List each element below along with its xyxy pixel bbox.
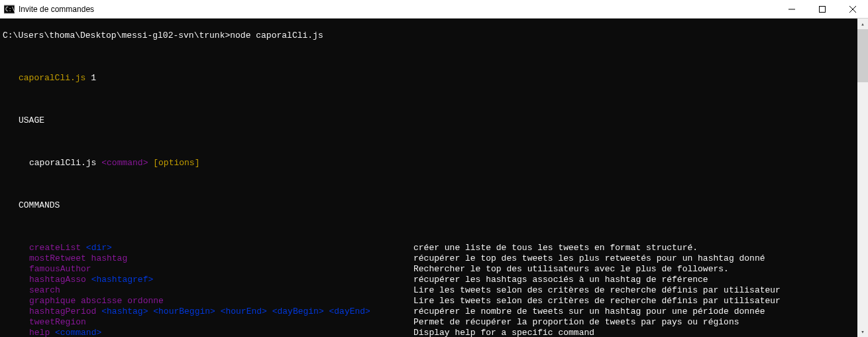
- scroll-up-button[interactable]: ▴: [857, 19, 868, 29]
- command-name: hashtagAsso: [29, 275, 86, 285]
- cli-name: caporalCli.js: [19, 73, 85, 83]
- window-controls: [777, 0, 868, 18]
- command-desc: récupérer le top des tweets les plus ret…: [413, 253, 765, 264]
- cli-version: 1: [91, 73, 96, 83]
- command-args: <dir>: [86, 243, 112, 253]
- command-name: tweetRegion: [29, 317, 86, 327]
- command-desc: créer une liste de tous les tweets en fo…: [413, 243, 698, 253]
- section-commands: COMMANDS: [19, 200, 60, 210]
- command-row: famousAuthorRechercher le top des utilis…: [3, 264, 855, 275]
- command-row: createList <dir>créer une liste de tous …: [3, 243, 855, 253]
- command-row: graphique abscisse ordonneLire les tweet…: [3, 296, 855, 306]
- command-args: <hashtagref>: [91, 275, 154, 285]
- command-name: famousAuthor: [29, 264, 91, 274]
- close-button[interactable]: [838, 0, 868, 18]
- command-name: mostRetweet hashtag: [29, 253, 127, 263]
- command-desc: Rechercher le top des utilisateurs avec …: [413, 264, 729, 275]
- command-name: search: [29, 285, 60, 295]
- section-usage: USAGE: [19, 115, 44, 125]
- command-desc: Lire les tweets selon des critères de re…: [413, 285, 781, 296]
- terminal-output[interactable]: C:\Users\thoma\Desktop\messi-gl02-svn\tr…: [0, 19, 857, 337]
- command-name: graphique abscisse ordonne: [29, 296, 164, 306]
- command-desc: récupérer les hashtags associés à un has…: [413, 275, 708, 285]
- usage-prog: caporalCli.js: [29, 158, 96, 168]
- cmd-icon: C:\: [4, 4, 15, 15]
- maximize-button[interactable]: [807, 0, 838, 18]
- svg-rect-3: [820, 6, 826, 12]
- prompt-path: C:\Users\thoma\Desktop\messi-gl02-svn\tr…: [3, 31, 230, 40]
- command-desc: Display help for a specific command: [413, 328, 594, 337]
- typed-command: node caporalCli.js: [230, 31, 323, 40]
- usage-options: [options]: [153, 158, 199, 168]
- command-desc: Lire les tweets selon des critères de re…: [413, 296, 781, 306]
- command-args: <hashtag> <hourBeggin> <hourEnd> <dayBeg…: [101, 306, 370, 316]
- scroll-thumb[interactable]: [857, 29, 868, 82]
- usage-command: <command>: [101, 158, 148, 168]
- command-row: help <command>Display help for a specifi…: [3, 328, 855, 337]
- window-title: Invite de commandes: [19, 5, 777, 14]
- vertical-scrollbar[interactable]: ▴ ▾: [857, 19, 868, 337]
- command-name: help: [29, 328, 50, 337]
- scroll-down-button[interactable]: ▾: [857, 326, 868, 337]
- window-titlebar: C:\ Invite de commandes: [0, 0, 868, 19]
- command-desc: Permet de récupérer la proportion de twe…: [413, 317, 739, 328]
- command-row: tweetRegionPermet de récupérer la propor…: [3, 317, 855, 328]
- command-row: hashtagAsso <hashtagref>récupérer les ha…: [3, 275, 855, 285]
- command-desc: récupérer le nombre de tweets sur un has…: [413, 306, 765, 317]
- svg-text:C:\: C:\: [5, 7, 15, 13]
- command-row: searchLire les tweets selon des critères…: [3, 285, 855, 296]
- command-row: hashtagPeriod <hashtag> <hourBeggin> <ho…: [3, 306, 855, 317]
- command-name: hashtagPeriod: [29, 306, 96, 316]
- minimize-button[interactable]: [777, 0, 807, 18]
- command-args: <command>: [55, 328, 101, 337]
- command-row: mostRetweet hashtagrécupérer le top des …: [3, 253, 855, 264]
- command-name: createList: [29, 243, 81, 253]
